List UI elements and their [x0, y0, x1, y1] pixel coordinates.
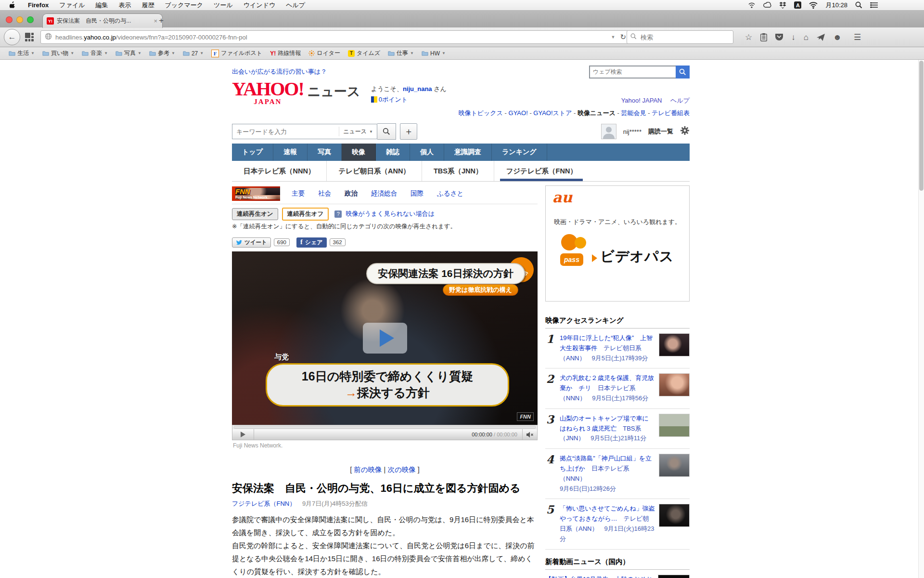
tab-nnn[interactable]: 日本テレビ系（NNN）: [232, 161, 326, 181]
airport-signal-icon[interactable]: [748, 2, 756, 8]
ad-videopass[interactable]: au 映画・ドラマ・アニメ、いろいろ観れます。 pass ビデオパス: [545, 185, 690, 302]
video-thumbnail[interactable]: [659, 454, 690, 477]
browser-tab[interactable]: Y! 安保法案 自民・公明の与... ×: [42, 13, 163, 28]
bookmark-folder-shashin[interactable]: 写真▼: [112, 48, 145, 58]
user-id[interactable]: nij*****: [623, 128, 642, 135]
video-thumbnail[interactable]: [659, 414, 690, 437]
bookmark-folder-hw[interactable]: HW▼: [418, 49, 449, 58]
url-dropdown-icon[interactable]: ▼: [611, 35, 616, 39]
bookmark-filepost[interactable]: Fファイルポスト: [207, 48, 266, 58]
apple-menu-icon[interactable]: [0, 1, 23, 9]
tab-kojin[interactable]: 個人: [410, 144, 444, 161]
downloads-icon[interactable]: ↓: [791, 33, 796, 41]
tab-fnn-active[interactable]: フジテレビ系（FNN）: [494, 161, 589, 181]
bookmark-times[interactable]: Tタイムズ: [344, 48, 384, 58]
fresh-video-link[interactable]: 【動画】台風18号発生 上陸のおそれも（7日7時更新）: [545, 576, 653, 578]
ranking-item[interactable]: 2 犬の乳飲む２歳児を保護、育児放棄か チリ 日本テレビ系（NNN） 9月5日(…: [545, 368, 690, 408]
tab-close-icon[interactable]: ×: [153, 17, 158, 25]
menubar-item-edit[interactable]: 編集: [90, 1, 114, 10]
menubar-item-tools[interactable]: ツール: [208, 1, 238, 10]
web-search-button[interactable]: [676, 66, 690, 79]
bookmark-folder-ongaku[interactable]: 音楽▼: [78, 48, 112, 58]
gear-icon[interactable]: [680, 126, 690, 137]
next-video-link[interactable]: 次の映像: [387, 466, 415, 473]
ranking-item[interactable]: 1 19年目に浮上した“犯人像” 上智大生殺害事件 テレビ朝日系（ANN） 9月…: [545, 328, 690, 368]
dropbox-icon[interactable]: [779, 2, 786, 9]
tab-top[interactable]: トップ: [232, 144, 273, 161]
bookmark-transit[interactable]: Y!路線情報: [266, 48, 305, 58]
ranking-item[interactable]: 3 山梨のオートキャンプ場で車にはねられ３歳児死亡 TBS系（JNN） 9月5日…: [545, 409, 690, 449]
cat-furusato[interactable]: ふるさと: [437, 189, 463, 198]
bookmark-star-icon[interactable]: ☆: [745, 33, 752, 41]
tab-sokuho[interactable]: 速報: [273, 144, 308, 161]
autoplay-off-button[interactable]: 連続再生オフ: [282, 208, 329, 221]
menu-hamburger-icon[interactable]: ☰: [854, 33, 861, 41]
play-button-overlay[interactable]: [363, 323, 407, 354]
add-button[interactable]: ＋: [400, 123, 417, 140]
tab-jnn[interactable]: TBS系（JNN）: [422, 161, 494, 181]
home-icon[interactable]: ⌂: [804, 33, 808, 41]
help-icon[interactable]: ?: [334, 210, 342, 218]
tab-groups-icon[interactable]: [25, 33, 34, 43]
send-tab-icon[interactable]: [817, 34, 825, 41]
new-tab-button[interactable]: +: [159, 16, 164, 26]
link-tv-guide[interactable]: テレビ番組表: [652, 109, 690, 117]
web-search-input[interactable]: [589, 66, 676, 79]
tweet-button[interactable]: ツイート: [232, 237, 271, 248]
avatar[interactable]: [601, 124, 616, 139]
menubar-item-bookmarks[interactable]: ブックマーク: [160, 1, 209, 10]
autoplay-on-button[interactable]: 連続再生オン: [232, 208, 278, 220]
menubar-item-history[interactable]: 履歴: [137, 1, 160, 10]
yahoo-japan-link[interactable]: Yahoo! JAPAN: [621, 97, 662, 104]
link-gyao[interactable]: GYAO!: [509, 109, 528, 117]
back-button[interactable]: ←: [4, 29, 20, 45]
tab-zasshi[interactable]: 雑誌: [376, 144, 410, 161]
scrollbar-thumb[interactable]: [919, 61, 924, 191]
video-thumbnail[interactable]: [659, 504, 690, 527]
cat-keizai[interactable]: 経済総合: [371, 189, 397, 198]
close-window-button[interactable]: [6, 16, 13, 23]
notification-center-icon[interactable]: [870, 2, 878, 8]
zoom-window-button[interactable]: [27, 16, 34, 23]
video-thumbnail[interactable]: [659, 373, 690, 396]
trouble-link[interactable]: 映像がうまく見られない場合は: [346, 210, 435, 218]
ranking-item[interactable]: 4 拠点“淡路島”「神戸山口組」を立ち上げか 日本テレビ系（NNN）9月6日(日…: [545, 449, 690, 499]
wifi-icon[interactable]: [809, 2, 818, 9]
search-scope-dropdown[interactable]: ニュース▼: [339, 127, 377, 136]
video-thumbnail[interactable]: [658, 575, 690, 578]
spotlight-icon[interactable]: [855, 1, 862, 9]
bookmark-reuters[interactable]: ロイター: [305, 48, 344, 58]
bookmark-folder-27[interactable]: 27▼: [179, 49, 207, 58]
cat-shakai[interactable]: 社会: [318, 189, 331, 198]
tab-shashin[interactable]: 写真: [308, 144, 342, 161]
video-thumbnail[interactable]: [659, 333, 690, 356]
keyword-input[interactable]: [232, 128, 339, 135]
bookmark-folder-seikatsu[interactable]: 生活▼: [5, 48, 38, 58]
video-player[interactable]: NEWS 安保関連法案 16日採決の方針 野党は徹底抗戦の構え 与党 16日の特…: [232, 251, 538, 425]
fnn-logo[interactable]: FNN Fuji News Network: [232, 186, 280, 201]
menubar-item-window[interactable]: ウインドウ: [238, 1, 281, 10]
ranking-item[interactable]: 5 「怖い思いさせてごめんね」強盗やっておきながら… テレビ朝日系（ANN） 9…: [545, 499, 690, 549]
link-geino-kaiken[interactable]: 芸能会見: [621, 109, 646, 117]
yahoo-news-logo[interactable]: YAHOO! JAPAN ニュース: [232, 81, 360, 109]
bookmark-folder-kaimono[interactable]: 買い物▼: [38, 48, 78, 58]
help-link[interactable]: ヘルプ: [670, 97, 690, 104]
minimize-window-button[interactable]: [16, 16, 23, 23]
input-source-icon[interactable]: A: [794, 1, 801, 9]
link-eizo-topics[interactable]: 映像トピックス: [458, 109, 503, 117]
reading-list-icon[interactable]: [760, 33, 767, 41]
bookmark-folder-sanko[interactable]: 参考▼: [145, 48, 179, 58]
browser-search-bar[interactable]: [627, 30, 733, 44]
keyword-search-box[interactable]: ニュース▼: [232, 124, 377, 139]
seek-bar[interactable]: [232, 425, 537, 429]
username-link[interactable]: niju_nana: [403, 85, 432, 92]
url-bar[interactable]: headlines.yahoo.co.jp/videonews/fnn?a=20…: [40, 30, 630, 44]
subscriptions-link[interactable]: 購読一覧: [648, 127, 673, 136]
promo-link[interactable]: 出会いが広がる流行の習い事は？: [232, 67, 327, 76]
menubar-item-file[interactable]: ファイル: [54, 1, 90, 10]
tab-ranking[interactable]: ランキング: [492, 144, 547, 161]
menubar-clock[interactable]: 月10:28: [825, 1, 847, 10]
tab-eizo-active[interactable]: 映像: [342, 144, 376, 161]
tab-ann[interactable]: テレビ朝日系（ANN）: [326, 161, 421, 181]
play-button[interactable]: [232, 429, 254, 440]
